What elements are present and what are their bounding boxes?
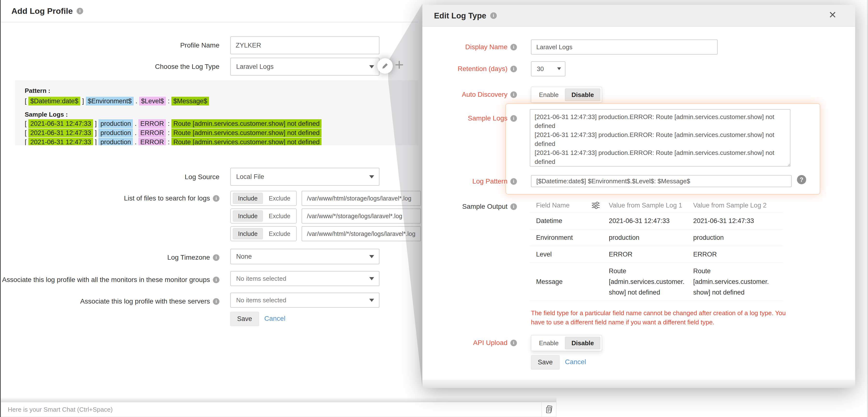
pattern-token: :: [166, 97, 172, 105]
chat-bar-shadow: [1, 397, 556, 402]
file-path-input[interactable]: [302, 191, 421, 206]
chevron-down-icon: [369, 299, 374, 302]
info-icon[interactable]: i: [510, 91, 517, 98]
auto-discovery-label: Auto Discovery i: [462, 90, 517, 99]
monitor-groups-selected-value: No items selected: [236, 275, 286, 283]
info-icon[interactable]: i: [510, 66, 517, 72]
pattern-token-highlighted: 2021-06-31 12:47:33: [28, 128, 93, 137]
pattern-token-highlighted: Route [admin.services.customer.show] not…: [172, 119, 321, 128]
window-left-edge: [0, 0, 1, 417]
add-log-profile-header: Add Log Profile i: [1, 0, 418, 22]
file-path-input[interactable]: [302, 226, 421, 241]
field-type-warning: The field type for a particular field na…: [531, 309, 799, 327]
include-button[interactable]: Include: [233, 228, 263, 239]
pattern-token-highlighted: 2021-06-31 12:47:33: [28, 138, 93, 145]
sample-output-table: Field Name Value from Sample Log 1 Value…: [530, 201, 783, 301]
documents-icon: [544, 405, 554, 415]
include-button[interactable]: Include: [233, 211, 263, 222]
info-icon[interactable]: i: [213, 298, 219, 305]
pattern-token-highlighted: production: [98, 128, 133, 137]
pattern-token: [: [25, 97, 28, 105]
pattern-token-highlighted: ERROR: [138, 119, 166, 128]
pattern-token: ]: [93, 129, 99, 136]
pattern-line: [ $Datetime:date$ ] $Environment$ . $Lev…: [25, 97, 418, 105]
filter-sliders-icon[interactable]: [591, 202, 600, 209]
edit-log-type-button[interactable]: [377, 58, 393, 74]
sample-log-lines: [ 2021-06-31 12:47:33 ] production . ERR…: [25, 120, 418, 145]
sample-output-label: Sample Output i: [462, 202, 517, 212]
enable-button[interactable]: Enable: [533, 89, 565, 101]
smart-chat-input[interactable]: [1, 402, 541, 417]
pattern-token: ]: [93, 138, 99, 145]
table-header-row: Field Name Value from Sample Log 1 Value…: [530, 201, 783, 213]
scrollbar-track[interactable]: [867, 0, 868, 417]
pattern-token-highlighted: $Level$: [139, 97, 166, 105]
info-icon[interactable]: i: [510, 115, 517, 122]
retention-select[interactable]: 30: [531, 61, 565, 76]
pattern-token: :: [166, 120, 172, 127]
log-source-selected-value: Local File: [236, 173, 264, 181]
close-icon[interactable]: ×: [829, 8, 836, 21]
pattern-token: ]: [93, 120, 99, 127]
exclude-button[interactable]: Exclude: [263, 230, 296, 237]
pattern-token-highlighted: 2021-06-31 12:47:33: [28, 119, 93, 128]
file-path-input[interactable]: [302, 208, 421, 224]
files-label: List of files to search for logs i: [124, 193, 219, 203]
modal-save-button[interactable]: Save: [531, 355, 560, 370]
info-icon[interactable]: i: [213, 254, 219, 261]
save-button[interactable]: Save: [230, 312, 259, 326]
info-icon[interactable]: i: [213, 195, 219, 202]
pattern-token: [: [25, 129, 28, 136]
log-timezone-select[interactable]: None: [230, 249, 379, 264]
pattern-token: [: [25, 120, 28, 127]
pattern-token-highlighted: production: [98, 119, 133, 128]
log-timezone-selected-value: None: [236, 253, 252, 260]
log-pattern-input[interactable]: [531, 175, 792, 187]
chevron-down-icon: [369, 277, 374, 280]
modal-header: Edit Log Type i: [422, 5, 855, 27]
edit-log-type-modal: Edit Log Type i × Display Name i Retenti…: [422, 5, 855, 388]
pattern-token-highlighted: Route [admin.services.customer.show] not…: [172, 128, 321, 137]
value-log1-header: Value from Sample Log 1: [609, 201, 693, 210]
log-source-select[interactable]: Local File: [230, 168, 379, 186]
page-title-text: Add Log Profile: [11, 6, 73, 16]
add-log-type-button[interactable]: +: [395, 56, 404, 74]
pattern-token: [: [25, 138, 28, 145]
exclude-button[interactable]: Exclude: [263, 195, 296, 202]
help-icon[interactable]: ?: [797, 175, 806, 184]
profile-name-input[interactable]: [230, 36, 379, 54]
include-exclude-toggle: Include Exclude: [230, 226, 297, 241]
pattern-token-highlighted: ERROR: [138, 128, 166, 137]
info-icon[interactable]: i: [213, 277, 219, 283]
log-pattern-label: Log Pattern i: [472, 177, 517, 186]
pattern-token-highlighted: Route [admin.services.customer.show] not…: [172, 138, 321, 145]
field-name-header: Field Name: [536, 201, 609, 210]
display-name-input[interactable]: [531, 39, 718, 55]
modal-cancel-link[interactable]: Cancel: [565, 358, 586, 366]
cancel-link[interactable]: Cancel: [264, 315, 285, 322]
monitor-groups-select[interactable]: No items selected: [230, 271, 379, 286]
info-icon[interactable]: i: [510, 178, 517, 185]
pattern-token: ]: [80, 97, 86, 105]
info-icon[interactable]: i: [510, 203, 517, 210]
modal-footer: [422, 380, 855, 388]
info-icon[interactable]: i: [490, 12, 497, 19]
servers-select[interactable]: No items selected: [230, 293, 379, 308]
chevron-down-icon: [557, 67, 561, 70]
retention-label: Retention (days) i: [458, 64, 517, 74]
sample-log-line: [ 2021-06-31 12:47:33 ] production . ERR…: [25, 120, 418, 128]
disable-button[interactable]: Disable: [565, 337, 600, 349]
chat-notes-button[interactable]: [541, 402, 556, 417]
monitor-groups-label: Associate this log profile with all the …: [2, 275, 219, 285]
info-icon[interactable]: i: [76, 8, 83, 14]
exclude-button[interactable]: Exclude: [263, 213, 296, 220]
include-button[interactable]: Include: [233, 193, 263, 204]
sample-logs-textarea[interactable]: [2021-06-31 12:47:33] production.ERROR: …: [530, 109, 790, 166]
display-name-label: Display Name i: [465, 42, 517, 52]
log-type-select[interactable]: Laravel Logs: [230, 58, 379, 76]
log-type-selected-value: Laravel Logs: [236, 63, 274, 70]
disable-button[interactable]: Disable: [565, 89, 600, 101]
enable-button[interactable]: Enable: [533, 337, 565, 349]
info-icon[interactable]: i: [510, 340, 517, 346]
info-icon[interactable]: i: [510, 44, 517, 51]
